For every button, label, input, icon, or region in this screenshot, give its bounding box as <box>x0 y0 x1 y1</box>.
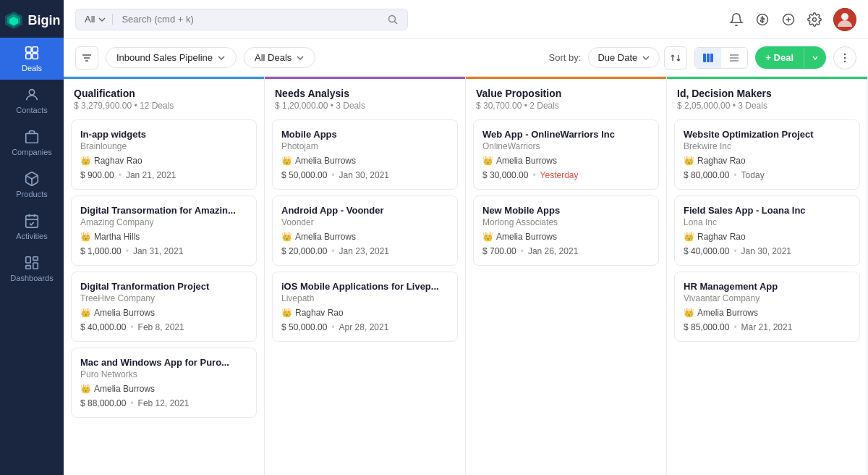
deal-date: Jan 30, 2021 <box>741 246 791 256</box>
deal-card[interactable]: Digital Tranformation ProjectTreeHive Co… <box>71 272 257 342</box>
sidebar-item-dashboards[interactable]: Dashboards <box>0 248 64 290</box>
deal-card[interactable]: Website Optimization ProjectBrekwire Inc… <box>674 119 860 190</box>
deal-owner: 👑Amelia Burrows <box>80 384 247 394</box>
dot-separator: • <box>331 246 334 256</box>
crown-icon: 👑 <box>80 156 91 166</box>
deal-title: HR Management App <box>684 281 851 292</box>
deal-owner: 👑Raghav Rao <box>80 156 247 166</box>
svg-point-19 <box>389 15 396 22</box>
crown-icon: 👑 <box>482 156 493 166</box>
deal-card[interactable]: Android App - VoonderVoonder👑Amelia Burr… <box>272 196 458 266</box>
sidebar-item-products[interactable]: Products <box>0 164 64 206</box>
sidebar-item-contacts[interactable]: Contacts <box>0 80 64 122</box>
deal-card[interactable]: HR Management AppVivaantar Company👑Ameli… <box>674 272 860 342</box>
deal-date: Feb 8, 2021 <box>138 322 184 332</box>
search-input[interactable] <box>122 14 381 25</box>
svg-point-7 <box>29 90 34 95</box>
svg-point-25 <box>813 17 817 21</box>
sort-direction-button[interactable] <box>664 46 687 70</box>
deal-amount: $ 900.00 <box>80 170 114 180</box>
column-title-needs_analysis: Needs Analysis <box>275 88 455 99</box>
deal-footer: $ 20,000.00•Jan 23, 2021 <box>281 246 448 256</box>
deal-card[interactable]: Field Sales App - Loana IncLona Inc👑Ragh… <box>674 196 860 266</box>
deal-owner-name: Amelia Burrows <box>697 308 758 318</box>
deal-owner-name: Raghav Rao <box>295 308 344 318</box>
chevron-down-icon <box>98 15 106 24</box>
svg-rect-11 <box>26 216 38 228</box>
column-meta-needs_analysis: $ 1,20,000.00 • 3 Deals <box>275 101 455 111</box>
deal-owner: 👑Raghav Rao <box>684 156 851 166</box>
deal-amount: $ 50,000.00 <box>281 322 327 332</box>
deal-amount: $ 40,000.00 <box>684 246 729 256</box>
deal-footer: $ 700.00•Jan 26, 2021 <box>482 246 650 256</box>
deal-footer: $ 80,000.00•Today <box>684 170 851 180</box>
svg-rect-8 <box>26 133 38 143</box>
deal-amount: $ 88,000.00 <box>80 398 126 408</box>
crown-icon: 👑 <box>80 232 91 242</box>
deal-card[interactable]: New Mobile AppsMorlong Associates👑Amelia… <box>473 196 659 266</box>
svg-rect-32 <box>707 54 710 62</box>
dot-separator: • <box>126 246 129 256</box>
svg-point-39 <box>844 60 846 62</box>
deal-card[interactable]: Mac and Windows App for Puro...Puro Netw… <box>71 348 257 418</box>
sidebar-item-companies[interactable]: Companies <box>0 122 64 164</box>
dollar-icon[interactable] <box>755 12 770 27</box>
filter-icon <box>81 52 93 64</box>
sidebar-item-deals[interactable]: Deals <box>0 38 64 80</box>
deal-footer: $ 30,000.00•Yesterday <box>482 170 650 180</box>
more-icon <box>839 52 851 64</box>
deal-footer: $ 50,000.00•Apr 28, 2021 <box>281 322 448 332</box>
dot-separator: • <box>119 170 122 180</box>
deal-company: Voonder <box>281 217 448 227</box>
column-id_decision_makers: Id, Decision Makers$ 2,05,000.00 • 3 Dea… <box>667 77 868 475</box>
column-title-value_proposition: Value Proposition <box>476 88 656 99</box>
kanban-view-button[interactable] <box>695 48 721 68</box>
deal-card[interactable]: Digital Transormation for Amazin...Amazi… <box>71 196 257 266</box>
deal-title: New Mobile Apps <box>482 205 650 216</box>
notifications-icon[interactable] <box>729 12 744 27</box>
deal-card[interactable]: iOS Mobile Applications for Livep...Live… <box>272 272 458 342</box>
search-icon <box>387 14 399 25</box>
svg-line-20 <box>395 21 398 24</box>
topbar: All <box>64 0 868 39</box>
sidebar-item-activities[interactable]: Activities <box>0 206 64 248</box>
dot-separator: • <box>733 246 736 256</box>
deal-card[interactable]: Mobile AppsPhotojam👑Amelia Burrows$ 50,0… <box>272 119 458 190</box>
dot-separator: • <box>532 170 535 180</box>
deal-company: Brainlounge <box>80 141 247 151</box>
app-logo[interactable]: Bigin <box>0 0 64 38</box>
svg-rect-15 <box>26 257 30 263</box>
deal-card[interactable]: Web App - OnlineWarriors IncOnlineWarrio… <box>473 119 659 190</box>
filter-button[interactable] <box>75 46 98 70</box>
add-icon[interactable] <box>781 12 796 27</box>
search-filter-dropdown[interactable]: All <box>85 14 113 25</box>
add-deal-button[interactable]: + Deal <box>755 46 826 69</box>
deal-owner-name: Martha Hills <box>94 232 140 242</box>
column-header-id_decision_makers: Id, Decision Makers$ 2,05,000.00 • 3 Dea… <box>667 77 867 117</box>
svg-rect-16 <box>33 257 38 261</box>
deal-company: Brekwire Inc <box>684 141 851 151</box>
user-avatar[interactable] <box>833 8 856 31</box>
sort-by-selector[interactable]: Due Date <box>588 47 660 68</box>
list-view-button[interactable] <box>721 48 747 68</box>
search-bar[interactable]: All <box>75 9 408 30</box>
settings-icon[interactable] <box>807 12 822 27</box>
deal-title: Mac and Windows App for Puro... <box>80 357 247 368</box>
topbar-actions <box>729 8 856 31</box>
deal-amount: $ 20,000.00 <box>281 246 327 256</box>
more-options-button[interactable] <box>833 46 856 70</box>
column-header-qualification: Qualification$ 3,279,900.00 • 12 Deals <box>64 77 264 117</box>
deal-owner-name: Raghav Rao <box>697 232 746 242</box>
deal-card[interactable]: In-app widgetsBrainlounge👑Raghav Rao$ 90… <box>71 119 257 190</box>
crown-icon: 👑 <box>281 308 292 318</box>
deal-date: Mar 21, 2021 <box>741 322 793 332</box>
svg-rect-5 <box>26 54 31 59</box>
deal-amount: $ 30,000.00 <box>482 170 528 180</box>
svg-point-27 <box>841 13 848 20</box>
pipeline-selector[interactable]: Inbound Sales Pipeline <box>106 47 237 68</box>
deals-filter-selector[interactable]: All Deals <box>244 47 315 68</box>
deal-date: Jan 26, 2021 <box>528 246 578 256</box>
crown-icon: 👑 <box>281 232 292 242</box>
svg-rect-31 <box>703 54 706 62</box>
chevron-down-icon <box>812 54 819 62</box>
